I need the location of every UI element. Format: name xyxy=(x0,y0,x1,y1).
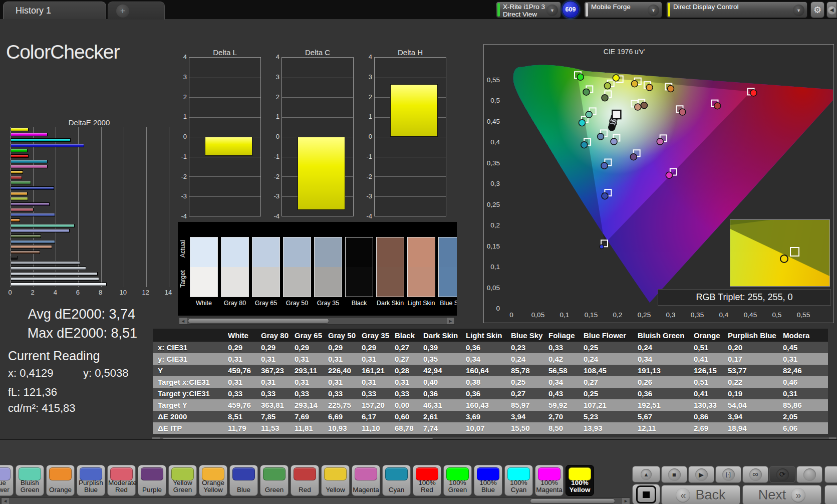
cie-measured-point xyxy=(602,193,608,199)
delta-h-bar xyxy=(390,84,438,137)
pattern-button-yellow-green[interactable]: YellowGreen xyxy=(168,465,197,496)
tab-bar: History 1 + X-Rite i1Pro 3 Direct View ▼… xyxy=(0,0,837,19)
de-bar-100-yellow xyxy=(11,128,29,131)
cie-measured-point xyxy=(600,245,604,249)
pattern-button-100-yellow[interactable]: 100%Yellow xyxy=(566,465,594,496)
cie-measured-point xyxy=(631,81,638,87)
inset-target-point xyxy=(790,247,799,257)
meter-mode: Direct View xyxy=(503,11,537,18)
cie-measured-point xyxy=(668,86,674,92)
cie-1976-diagram-panel: CIE 1976 u'v' xyxy=(483,44,834,323)
scroll-left-icon[interactable]: ◄ xyxy=(179,318,187,324)
swatch-gray-35: Gray 35 xyxy=(314,237,342,307)
tab-history-1[interactable]: History 1 xyxy=(3,2,106,19)
plus-icon: + xyxy=(116,5,129,18)
pattern-window-button[interactable] xyxy=(632,484,660,504)
new-tab-button[interactable]: + xyxy=(108,2,165,20)
partial-nav-button[interactable] xyxy=(824,485,837,504)
swatch-gray-50: Gray 50 xyxy=(283,237,311,307)
cie-measured-point xyxy=(609,124,615,131)
deltae2000-chart-title: DeltaE 2000 xyxy=(10,118,168,127)
reading-fl-value: fL: 121,36 xyxy=(8,386,57,399)
loop-button-pressed[interactable]: ⟳ xyxy=(769,466,795,483)
next-chevrons-icon: » xyxy=(791,488,805,502)
play-icon: ▶ xyxy=(695,468,708,481)
pattern-button-100-blue[interactable]: 100%Blue xyxy=(474,465,502,496)
cie-diagram-title: CIE 1976 u'v' xyxy=(484,48,764,56)
col-light-skin: Light Skin xyxy=(466,329,511,342)
cie-measured-point xyxy=(579,120,585,126)
de-bar-gray-80 xyxy=(11,277,99,281)
pattern-color-swatch xyxy=(294,467,316,480)
pattern-button-purplish-blue[interactable]: PurplishBlue xyxy=(77,465,105,496)
col-dark-skin: Dark Skin xyxy=(423,329,466,342)
pattern-button-blue-flower[interactable]: BlueFlower xyxy=(0,465,14,496)
partial-control-button[interactable] xyxy=(824,466,837,483)
stop-button[interactable]: ■ xyxy=(661,466,687,483)
colorchecker-data-table: WhiteGray 80Gray 65Gray 50Gray 35BlackDa… xyxy=(153,329,828,434)
de-bar-100-magenta xyxy=(11,133,48,136)
pattern-button-100-cyan[interactable]: 100%Cyan xyxy=(504,465,533,496)
pattern-color-swatch xyxy=(355,467,377,480)
pattern-button-blue[interactable]: Blue xyxy=(229,465,258,496)
pattern-bar-scrollbar[interactable]: ◄ ► xyxy=(1,497,630,504)
pattern-button-red[interactable]: Red xyxy=(291,465,319,496)
source-dropdown[interactable]: Mobile Forge ▼ xyxy=(584,2,662,18)
de-bar-100-green xyxy=(11,149,28,152)
table-row-target-y: Target Y459,76363,81293,14225,75157,200,… xyxy=(153,399,828,411)
rgb-triplet-readout: RGB Triplet: 255, 255, 0 xyxy=(658,289,831,306)
swatch-light-skin: Light Skin xyxy=(407,237,435,307)
next-button-label: Next xyxy=(758,487,786,503)
pattern-scrollbar-thumb[interactable] xyxy=(530,498,615,503)
scroll-right-icon[interactable]: ► xyxy=(622,498,630,504)
pattern-button-magenta[interactable]: Magenta xyxy=(352,465,380,496)
collapse-panel-button[interactable]: ◀ xyxy=(826,2,837,18)
pattern-panel-up-button[interactable]: ▲ xyxy=(632,466,660,482)
pattern-button-bluish-green[interactable]: BluishGreen xyxy=(16,465,44,496)
blank-control-button[interactable] xyxy=(796,466,822,483)
delta-c-chart: Delta C43210-1-2-3-4 xyxy=(266,48,355,224)
de-bar-yellow xyxy=(11,170,23,174)
deltae2000-plot xyxy=(10,127,169,287)
scroll-right-icon[interactable]: ► xyxy=(447,318,454,324)
pattern-button-yellow[interactable]: Yellow xyxy=(321,465,350,496)
de-bar-100-cyan xyxy=(11,138,71,142)
table-header-row: WhiteGray 80Gray 65Gray 50Gray 35BlackDa… xyxy=(153,329,828,342)
delta-l-chart: Delta L43210-1-2-3-4 xyxy=(174,48,262,224)
workflow-dropdown[interactable]: Direct Display Control ▼ xyxy=(666,2,807,18)
pattern-button-purple[interactable]: Purple xyxy=(138,465,166,496)
measurement-count-badge[interactable]: 609 xyxy=(562,1,579,18)
scroll-left-icon[interactable]: ◄ xyxy=(2,498,9,504)
de-bar-bluish-green xyxy=(11,224,75,227)
gear-icon: ⚙ xyxy=(813,5,821,16)
pattern-button-orange-yellow[interactable]: OrangeYellow xyxy=(199,465,227,496)
de-bar-100-blue xyxy=(11,144,84,147)
pattern-button-green[interactable]: Green xyxy=(260,465,289,496)
pattern-button-100-green[interactable]: 100%Green xyxy=(443,465,472,496)
table-row-x-cie31: x: CIE310,290,290,290,290,290,270,390,36… xyxy=(153,342,828,353)
de-bar-purplish-blue xyxy=(11,213,55,216)
settings-button[interactable]: ⚙ xyxy=(810,2,824,18)
swatch-dark-skin: Dark Skin xyxy=(376,237,404,307)
pattern-button-orange[interactable]: Orange xyxy=(46,465,75,496)
swatch-blue-sky: Blue Sky xyxy=(438,237,457,307)
deltae2000-x-axis: 02468101214 xyxy=(10,289,168,298)
pattern-button-moderate-red[interactable]: ModerateRed xyxy=(107,465,136,496)
play-button[interactable]: ▶ xyxy=(688,466,714,483)
chevron-down-icon: ▼ xyxy=(793,5,804,16)
pattern-button-cyan[interactable]: Cyan xyxy=(382,465,411,496)
de-bar-blue xyxy=(11,186,54,190)
next-button[interactable]: Next » xyxy=(742,485,821,504)
range-button[interactable]: [·] xyxy=(715,466,741,483)
swatch-scrollbar-thumb[interactable] xyxy=(188,318,329,324)
col-white: White xyxy=(228,329,261,342)
continuous-measure-button[interactable]: ∞ xyxy=(742,466,768,483)
meter-dropdown[interactable]: X-Rite i1Pro 3 Direct View ▼ xyxy=(496,2,561,18)
pattern-button-100-magenta[interactable]: 100%Magenta xyxy=(535,465,564,496)
swatch-strip-scrollbar[interactable]: ◄ ► xyxy=(179,317,455,325)
table-row--e-2000: ΔE 20008,517,857,696,696,170,602,613,693… xyxy=(153,411,828,422)
de-bar-cyan xyxy=(11,160,48,163)
back-button-label: Back xyxy=(695,487,725,503)
pattern-button-100-red[interactable]: 100% Red xyxy=(413,465,441,496)
back-button[interactable]: « Back xyxy=(661,485,740,504)
